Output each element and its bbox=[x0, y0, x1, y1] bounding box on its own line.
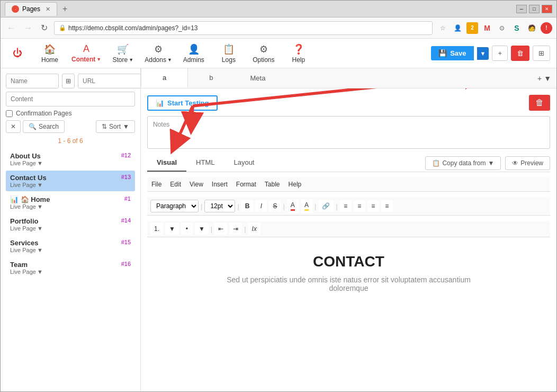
outdent-button[interactable]: ⇤ bbox=[214, 223, 227, 235]
highlight-color-button[interactable]: A bbox=[301, 199, 312, 213]
italic-button[interactable]: I bbox=[255, 200, 267, 212]
align-right-button[interactable]: ≡ bbox=[367, 200, 379, 212]
page-item-about-us[interactable]: #12 About Us Live Page ▼ bbox=[6, 149, 135, 170]
clear-button[interactable]: ✕ bbox=[6, 120, 21, 133]
menu-table[interactable]: Table bbox=[265, 181, 280, 188]
page-item-services[interactable]: #15 Services Live Page ▼ bbox=[6, 236, 135, 256]
name-icon-button[interactable]: ⊞ bbox=[62, 74, 75, 88]
menu-file[interactable]: File bbox=[151, 181, 161, 188]
font-size-select[interactable]: 12pt bbox=[204, 200, 235, 212]
tab-meta[interactable]: Meta bbox=[234, 69, 281, 87]
tab-close-button[interactable]: ✕ bbox=[46, 6, 50, 13]
confirmation-checkbox[interactable] bbox=[6, 110, 13, 117]
gmail-icon[interactable]: M bbox=[481, 22, 493, 34]
menu-help[interactable]: Help bbox=[289, 181, 302, 188]
add-tab-button[interactable]: + ▼ bbox=[532, 71, 556, 86]
content-input[interactable] bbox=[6, 92, 135, 106]
page-sub: Live Page ▼ bbox=[10, 203, 131, 210]
start-testing-button[interactable]: 📊 Start Testing bbox=[147, 95, 218, 111]
back-button[interactable]: ← bbox=[5, 22, 17, 34]
name-input[interactable] bbox=[6, 74, 59, 88]
testing-row: 📊 Start Testing 🗑 bbox=[147, 95, 550, 111]
url-input[interactable] bbox=[78, 74, 141, 88]
search-button[interactable]: 🔍 Search bbox=[23, 120, 65, 133]
help-nav[interactable]: ❓ Help bbox=[285, 43, 312, 64]
editor-canvas[interactable]: CONTACT Sed ut perspiciatis unde omnis i… bbox=[147, 243, 550, 385]
avatar-icon[interactable]: 🧑 bbox=[526, 22, 537, 34]
url-text: https://demo.cbsplit.com/admin/pages?_id… bbox=[68, 24, 197, 32]
add-button[interactable]: + bbox=[492, 46, 508, 61]
delete-page-button[interactable]: 🗑 bbox=[529, 95, 550, 111]
clear-format-button[interactable]: Ix bbox=[248, 223, 260, 235]
indent-button[interactable]: ⇥ bbox=[229, 223, 242, 235]
sidebar: ⊞ Confirmation Pages ✕ 🔍 Search ⇅ bbox=[1, 68, 141, 391]
menu-view[interactable]: View bbox=[190, 181, 203, 188]
page-name: Contact Us bbox=[10, 174, 131, 182]
new-tab-button[interactable]: + bbox=[59, 4, 70, 14]
options-nav[interactable]: ⚙ Options bbox=[250, 43, 277, 64]
user-icon[interactable]: 👤 bbox=[452, 22, 463, 34]
bold-button[interactable]: B bbox=[241, 200, 254, 212]
ol-dropdown-button[interactable]: ▼ bbox=[165, 223, 179, 235]
ext-s-icon[interactable]: S bbox=[511, 22, 523, 34]
page-item-contact-us[interactable]: #13 Contact Us Live Page ▼ bbox=[6, 171, 135, 191]
save-dropdown-button[interactable]: ▼ bbox=[477, 47, 489, 60]
notes-label: Notes bbox=[150, 119, 547, 130]
font-color-button[interactable]: A bbox=[287, 199, 299, 213]
admins-nav[interactable]: 👤 Admins bbox=[181, 43, 207, 64]
unordered-list-button[interactable]: • bbox=[181, 223, 193, 235]
save-button[interactable]: 💾 Save bbox=[431, 46, 473, 60]
delete-button[interactable]: 🗑 bbox=[511, 46, 529, 61]
content-nav[interactable]: A Content ▼ bbox=[71, 43, 101, 63]
align-center-button[interactable]: ≡ bbox=[354, 200, 365, 212]
menu-edit[interactable]: Edit bbox=[170, 181, 181, 188]
menu-insert[interactable]: Insert bbox=[212, 181, 228, 188]
power-button[interactable]: ⏻ bbox=[7, 48, 28, 59]
page-id: #12 bbox=[121, 152, 131, 158]
page-item-portfolio[interactable]: #14 Portfolio Live Page ▼ bbox=[6, 214, 135, 235]
browser-tab[interactable]: 🔖 Pages ✕ bbox=[5, 2, 57, 16]
logs-nav[interactable]: 📋 Logs bbox=[215, 43, 242, 64]
address-bar[interactable]: 🔒 https://demo.cbsplit.com/admin/pages?_… bbox=[54, 21, 433, 35]
close-button[interactable]: ✕ bbox=[542, 5, 552, 13]
preview-button[interactable]: 👁 Preview bbox=[505, 156, 550, 170]
copy-data-button[interactable]: 📋 Copy data from ▼ bbox=[425, 156, 501, 170]
align-left-button[interactable]: ≡ bbox=[340, 200, 352, 212]
refresh-button[interactable]: ↻ bbox=[39, 22, 50, 34]
tab-html[interactable]: HTML bbox=[186, 154, 224, 172]
ext-2-icon[interactable]: 2 bbox=[466, 22, 478, 34]
paragraph-select[interactable]: Paragraph bbox=[150, 200, 199, 212]
restore-button[interactable]: □ bbox=[529, 5, 540, 13]
grid-button[interactable]: ⊞ bbox=[533, 46, 550, 61]
chevron-icon: ▼ bbox=[37, 225, 43, 231]
link-button[interactable]: 🔗 bbox=[318, 200, 334, 212]
ext-circle-icon[interactable]: ⊙ bbox=[496, 22, 508, 34]
justify-button[interactable]: ≡ bbox=[381, 200, 393, 212]
editor-actions: 📋 Copy data from ▼ 👁 Preview bbox=[425, 156, 550, 170]
page-item-team[interactable]: #16 Team Live Page ▼ bbox=[6, 257, 135, 278]
bookmark-icon[interactable]: ☆ bbox=[437, 22, 448, 34]
tab-a[interactable]: a bbox=[141, 68, 188, 88]
forward-button[interactable]: → bbox=[22, 22, 34, 34]
help-label: Help bbox=[292, 56, 306, 64]
logs-icon: 📋 bbox=[223, 43, 235, 55]
tab-b[interactable]: b bbox=[188, 68, 234, 88]
ext-red-icon[interactable]: ! bbox=[541, 22, 552, 34]
store-nav[interactable]: 🛒 Store ▼ bbox=[110, 43, 136, 64]
store-label: Store ▼ bbox=[112, 56, 133, 64]
tab-visual[interactable]: Visual bbox=[147, 154, 186, 172]
chevron-icon: ▼ bbox=[37, 247, 43, 253]
sort-button[interactable]: ⇅ Sort ▼ bbox=[96, 120, 135, 133]
page-sub: Live Page ▼ bbox=[10, 160, 131, 166]
ul-dropdown-button[interactable]: ▼ bbox=[195, 223, 209, 235]
addons-nav[interactable]: ⚙ Addons ▼ bbox=[145, 43, 172, 64]
tab-layout[interactable]: Layout bbox=[224, 154, 264, 172]
page-name: Services bbox=[10, 239, 131, 247]
menu-format[interactable]: Format bbox=[236, 181, 256, 188]
notes-content[interactable] bbox=[150, 130, 547, 146]
strikethrough-button[interactable]: S bbox=[269, 200, 281, 212]
minimize-button[interactable]: ─ bbox=[516, 5, 527, 13]
page-item-home[interactable]: #1 📊 🏠 Home Live Page ▼ bbox=[6, 192, 135, 213]
home-nav[interactable]: 🏠 Home bbox=[37, 43, 63, 64]
ordered-list-button[interactable]: 1. bbox=[150, 223, 163, 235]
